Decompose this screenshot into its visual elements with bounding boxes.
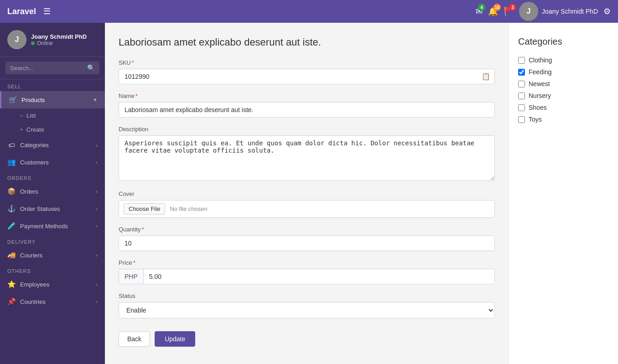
sell-section-label: SELL	[0, 79, 105, 91]
sku-input-wrap: 📋	[119, 69, 495, 84]
categories-icon: 🏷	[7, 141, 16, 149]
sku-icon: 📋	[482, 72, 490, 81]
status-row: Status Enable Disable	[119, 292, 495, 318]
order-statuses-arrow: ›	[96, 206, 98, 211]
sidebar-search-wrap: 🔍	[0, 57, 105, 79]
name-row: Name*	[119, 92, 495, 118]
sidebar: J Joany Schmidt PhD Online 🔍 SELL 🛒 Prod…	[0, 23, 105, 364]
user-menu[interactable]: J Joany Schmidt PhD	[519, 2, 598, 21]
orders-label: Orders	[20, 188, 38, 195]
employees-arrow: ›	[96, 282, 98, 287]
employees-icon: ⭐	[7, 280, 16, 288]
bell-icon-wrap[interactable]: 🔔 10	[488, 6, 498, 16]
others-section-label: OTHERS	[0, 264, 105, 276]
flag-icon-wrap[interactable]: 🚩 3	[504, 6, 514, 16]
category-item-nursery[interactable]: Nursery	[518, 90, 609, 102]
hamburger-icon[interactable]: ☰	[43, 6, 51, 16]
couriers-icon: 🚚	[7, 251, 16, 259]
sidebar-item-payment-methods[interactable]: 🧪 Payment Methods ›	[0, 217, 105, 235]
topnav-avatar: J	[519, 2, 538, 21]
sidebar-sub-create[interactable]: + Create	[0, 123, 105, 137]
sidebar-item-orders[interactable]: 📦 Orders ›	[0, 183, 105, 200]
category-label-feeding: Feeding	[529, 68, 552, 76]
create-label: Create	[26, 126, 44, 133]
avatar-image: J	[7, 30, 26, 49]
sidebar-item-countries[interactable]: 📌 Countries ›	[0, 293, 105, 310]
settings-icon[interactable]: ⚙	[603, 6, 611, 16]
product-form: Laboriosam amet explicabo deserunt aut i…	[105, 23, 509, 364]
category-checkbox-newest[interactable]	[518, 81, 525, 87]
status-label: Status	[119, 292, 495, 299]
description-label: Description	[119, 126, 495, 133]
form-actions: Back Update	[119, 331, 495, 347]
status-text: Online	[37, 40, 53, 46]
status-dot	[31, 41, 35, 45]
price-label: Price*	[119, 259, 495, 266]
couriers-arrow: ›	[96, 252, 98, 258]
quantity-row: Quantity*	[119, 226, 495, 251]
status-select[interactable]: Enable Disable	[119, 302, 495, 318]
name-input[interactable]	[119, 102, 495, 118]
app-brand: Laravel	[7, 7, 36, 16]
sidebar-item-customers[interactable]: 👥 Customers ›	[0, 154, 105, 171]
categories-arrow: ›	[96, 143, 98, 148]
category-item-shoes[interactable]: Shoes	[518, 102, 609, 113]
customers-arrow: ›	[96, 159, 98, 165]
category-checkbox-nursery[interactable]	[518, 92, 525, 99]
category-item-clothing[interactable]: Clothing	[518, 54, 609, 66]
category-checkbox-toys[interactable]	[518, 116, 525, 123]
price-row: Price* PHP	[119, 259, 495, 284]
bell-badge: 10	[493, 4, 501, 11]
category-checkbox-feeding[interactable]	[518, 69, 525, 76]
mail-badge: 4	[478, 4, 485, 11]
employees-label: Employees	[20, 281, 49, 288]
order-statuses-icon: ⚓	[7, 205, 16, 213]
category-label-toys: Toys	[529, 116, 542, 123]
cover-row: Cover Choose File No file chosen	[119, 190, 495, 218]
quantity-label: Quantity*	[119, 226, 495, 233]
category-label-nursery: Nursery	[529, 92, 551, 99]
sidebar-avatar: J	[7, 30, 26, 49]
category-label-shoes: Shoes	[529, 104, 547, 111]
order-statuses-label: Order Statuses	[20, 205, 60, 212]
description-textarea[interactable]: Asperiores suscipit quis ea. Et unde quo…	[119, 135, 495, 181]
sidebar-item-products[interactable]: 🛒 Products ▼	[0, 91, 105, 108]
back-button[interactable]: Back	[119, 331, 150, 347]
category-checkbox-shoes[interactable]	[518, 104, 525, 111]
update-button[interactable]: Update	[155, 331, 195, 347]
sidebar-item-employees[interactable]: ⭐ Employees ›	[0, 276, 105, 293]
orders-arrow: ›	[96, 189, 98, 194]
price-input-wrap: PHP	[119, 269, 495, 284]
orders-section-label: ORDERS	[0, 171, 105, 183]
description-row: Description Asperiores suscipit quis ea.…	[119, 126, 495, 182]
main-layout: J Joany Schmidt PhD Online 🔍 SELL 🛒 Prod…	[0, 23, 618, 364]
countries-arrow: ›	[96, 299, 98, 304]
no-file-text: No file chosen	[170, 205, 207, 212]
categories-panel: Categories ClothingFeedingNewestNurseryS…	[509, 23, 618, 364]
sidebar-item-categories[interactable]: 🏷 Categories ›	[0, 137, 105, 154]
choose-file-button[interactable]: Choose File	[124, 203, 165, 215]
category-checkbox-clothing[interactable]	[518, 57, 525, 64]
category-item-feeding[interactable]: Feeding	[518, 66, 609, 78]
sidebar-username: Joany Schmidt PhD	[31, 33, 87, 40]
price-input[interactable]	[144, 269, 494, 284]
quantity-input[interactable]	[119, 236, 495, 251]
category-item-newest[interactable]: Newest	[518, 78, 609, 90]
sidebar-user-info: Joany Schmidt PhD Online	[31, 33, 87, 46]
create-icon: +	[20, 127, 23, 132]
search-input[interactable]	[10, 65, 87, 72]
list-label: List	[26, 112, 36, 119]
sidebar-item-order-statuses[interactable]: ⚓ Order Statuses ›	[0, 200, 105, 217]
countries-icon: 📌	[7, 297, 16, 306]
topnav-left: Laravel ☰	[7, 6, 51, 16]
orders-icon: 📦	[7, 187, 16, 195]
sidebar-item-couriers[interactable]: 🚚 Couriers ›	[0, 246, 105, 264]
category-item-toys[interactable]: Toys	[518, 113, 609, 125]
mail-icon-wrap[interactable]: ✉ 4	[476, 6, 483, 16]
categories-title: Categories	[518, 36, 609, 47]
sku-row: SKU* 📋	[119, 59, 495, 84]
name-label: Name*	[119, 92, 495, 99]
sidebar-sub-list[interactable]: ○ List	[0, 108, 105, 123]
content-with-panel: Laboriosam amet explicabo deserunt aut i…	[105, 23, 618, 364]
sku-input[interactable]	[119, 69, 495, 84]
